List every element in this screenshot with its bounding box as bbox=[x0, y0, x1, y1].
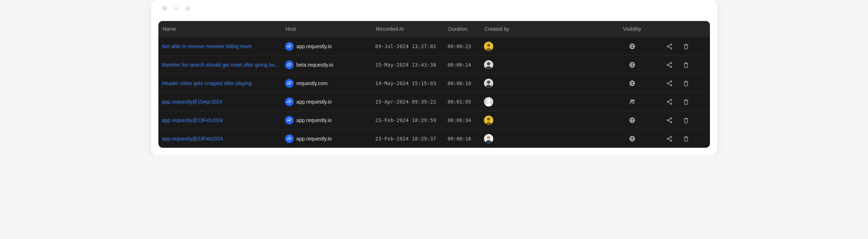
actions-cell bbox=[654, 43, 694, 50]
requestly-logo-icon bbox=[285, 97, 294, 106]
duration-cell: 00:00:10 bbox=[448, 80, 484, 86]
table-row: Header video gets cropped after playingr… bbox=[158, 74, 710, 92]
delete-button[interactable] bbox=[683, 117, 689, 123]
created-by-cell bbox=[484, 60, 610, 70]
visibility-cell bbox=[610, 135, 654, 142]
host-cell: requestly.com bbox=[285, 79, 375, 88]
recorded-at-cell: 15-May-2024 13:43:38 bbox=[375, 62, 448, 68]
host-text: app.requestly.io bbox=[297, 136, 332, 142]
created-by-cell bbox=[484, 79, 610, 88]
duration-cell: 00:01:05 bbox=[448, 99, 484, 105]
table-row: app.requestly@23Feb2024app.requestly.io2… bbox=[158, 111, 710, 129]
recorded-at-cell: 15-Apr-2024 09:39:22 bbox=[375, 99, 448, 105]
sessions-table: Name Host Recorded At Duration Created b… bbox=[158, 21, 710, 148]
share-button[interactable] bbox=[666, 117, 673, 123]
team-icon[interactable] bbox=[629, 98, 635, 105]
visibility-cell bbox=[610, 98, 654, 105]
visibility-cell bbox=[610, 117, 654, 123]
host-cell: app.requestly.io bbox=[285, 116, 375, 125]
actions-cell bbox=[654, 80, 694, 87]
column-header-host[interactable]: Host bbox=[285, 26, 375, 32]
svg-point-6 bbox=[487, 81, 490, 84]
table-header-row: Name Host Recorded At Duration Created b… bbox=[158, 21, 710, 37]
svg-point-2 bbox=[487, 44, 490, 47]
delete-button[interactable] bbox=[683, 43, 689, 50]
globe-icon[interactable] bbox=[629, 80, 635, 87]
delete-button[interactable] bbox=[683, 62, 689, 68]
host-text: requestly.com bbox=[297, 80, 328, 86]
delete-button[interactable] bbox=[683, 98, 689, 105]
duration-cell: 00:00:23 bbox=[448, 43, 484, 49]
host-cell: app.requestly.io bbox=[285, 42, 375, 51]
requestly-logo-icon bbox=[285, 79, 294, 88]
actions-cell bbox=[654, 62, 694, 68]
created-by-cell bbox=[484, 42, 610, 51]
host-cell: app.requestly.io bbox=[285, 134, 375, 143]
globe-icon[interactable] bbox=[629, 135, 635, 142]
share-button[interactable] bbox=[666, 80, 673, 87]
avatar bbox=[484, 134, 493, 143]
requestly-logo-icon bbox=[285, 134, 294, 143]
app-window: Name Host Recorded At Duration Created b… bbox=[151, 0, 717, 155]
session-name-link[interactable]: app.requestly@23Feb2024 bbox=[162, 117, 285, 123]
recorded-at-cell: 23-Feb-2024 18:29:59 bbox=[375, 117, 448, 123]
column-header-duration[interactable]: Duration bbox=[448, 26, 484, 32]
avatar bbox=[484, 116, 493, 125]
avatar bbox=[484, 42, 493, 51]
table-row: app.requestly@15Apr2024app.requestly.io1… bbox=[158, 92, 710, 111]
window-controls bbox=[151, 0, 717, 14]
svg-point-10 bbox=[487, 118, 490, 121]
globe-icon[interactable] bbox=[629, 43, 635, 50]
column-header-recorded-at[interactable]: Recorded At bbox=[375, 26, 448, 32]
recorded-at-cell: 14-May-2024 15:15:03 bbox=[375, 80, 448, 86]
requestly-logo-icon bbox=[285, 60, 294, 69]
host-text: app.requestly.io bbox=[297, 43, 332, 49]
duration-cell: 00:00:18 bbox=[448, 136, 484, 142]
actions-cell bbox=[654, 135, 694, 142]
window-minimize-button[interactable] bbox=[174, 6, 179, 11]
duration-cell: 00:06:34 bbox=[448, 117, 484, 123]
svg-point-12 bbox=[487, 136, 490, 139]
share-button[interactable] bbox=[666, 62, 673, 68]
session-name-link[interactable]: Member list search should get reset afte… bbox=[162, 62, 285, 68]
requestly-logo-icon bbox=[285, 42, 294, 51]
globe-icon[interactable] bbox=[629, 62, 635, 68]
host-cell: app.requestly.io bbox=[285, 97, 375, 106]
created-by-cell bbox=[484, 97, 610, 106]
column-header-created-by[interactable]: Created by bbox=[484, 26, 610, 32]
session-name-link[interactable]: Header video gets cropped after playing bbox=[162, 80, 285, 86]
svg-rect-0 bbox=[187, 8, 188, 9]
column-header-visibility[interactable]: Visibility bbox=[610, 26, 654, 32]
share-button[interactable] bbox=[666, 43, 673, 50]
visibility-cell bbox=[610, 43, 654, 50]
recorded-at-cell: 23-Feb-2024 18:29:37 bbox=[375, 136, 448, 142]
globe-icon[interactable] bbox=[629, 117, 635, 123]
actions-cell bbox=[654, 98, 694, 105]
recorded-at-cell: 09-Jul-2024 13:27:02 bbox=[375, 43, 448, 49]
session-name-link[interactable]: app.requestly@23Feb2024 bbox=[162, 136, 285, 142]
host-text: beta.requestly.io bbox=[297, 62, 333, 68]
avatar bbox=[484, 60, 493, 70]
session-name-link[interactable]: Not able to remove member billing team bbox=[162, 43, 285, 49]
host-text: app.requestly.io bbox=[297, 99, 332, 105]
table-row: Not able to remove member billing teamap… bbox=[158, 37, 710, 55]
created-by-cell bbox=[484, 134, 610, 143]
share-button[interactable] bbox=[666, 98, 673, 105]
host-text: app.requestly.io bbox=[297, 117, 332, 123]
avatar bbox=[484, 79, 493, 88]
window-maximize-button[interactable] bbox=[185, 6, 190, 11]
created-by-cell bbox=[484, 116, 610, 125]
window-close-button[interactable] bbox=[162, 6, 167, 11]
visibility-cell bbox=[610, 62, 654, 68]
delete-button[interactable] bbox=[683, 80, 689, 87]
avatar bbox=[484, 97, 493, 106]
svg-point-8 bbox=[487, 99, 490, 102]
table-row: app.requestly@23Feb2024app.requestly.io2… bbox=[158, 129, 710, 148]
host-cell: beta.requestly.io bbox=[285, 60, 375, 69]
share-button[interactable] bbox=[666, 135, 673, 142]
visibility-cell bbox=[610, 80, 654, 87]
requestly-logo-icon bbox=[285, 116, 294, 125]
column-header-name[interactable]: Name bbox=[162, 26, 285, 32]
delete-button[interactable] bbox=[683, 135, 689, 142]
session-name-link[interactable]: app.requestly@15Apr2024 bbox=[162, 99, 285, 105]
